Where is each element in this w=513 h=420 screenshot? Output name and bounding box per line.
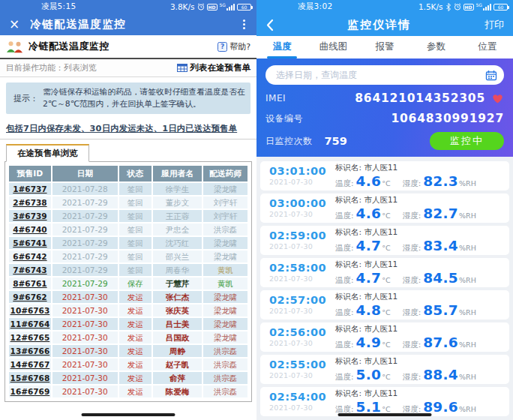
record-date: 2021-07-30: [269, 242, 335, 250]
patient-cell: 张仁杰: [153, 291, 202, 303]
table-row: 14#67672021-07-30发运赵子凯洪宗磊: [9, 358, 248, 370]
humidity-value: 88.4: [423, 367, 458, 382]
tab-曲线图[interactable]: 曲线图: [308, 36, 358, 58]
pharmacist-cell: 刘宇轩: [203, 210, 248, 222]
right-status-bar: 凌晨3:02 1.5K/s HD 5G 60: [256, 0, 513, 14]
order-id-cell: 16#6769: [9, 386, 51, 398]
order-id-link[interactable]: 14#6767: [10, 360, 50, 369]
table-row: 6#67422021-07-29签回邵兴兰梁龙啸: [9, 250, 248, 262]
status-cell: 签回: [119, 224, 152, 236]
print-button[interactable]: 打印: [484, 18, 504, 32]
date-cell: 2021-07-30: [52, 304, 118, 316]
temperature-label: 温度:: [335, 372, 354, 382]
menu-dots-icon[interactable]: [243, 23, 245, 26]
temperature-record[interactable]: 02:58:002021-07-30标识名: 市人医11温度: 4.7°C湿度:…: [260, 258, 509, 287]
serial-row: 设备编号 1064830991927: [266, 112, 504, 125]
subheader: 目前操作功能：列表浏览 列表在途预售单: [0, 59, 256, 77]
record-values-block: 标识名: 市人医11温度: 4.7°C湿度: 84.5%RH: [335, 260, 503, 286]
humidity-unit: %RH: [459, 308, 476, 316]
alarm-clock-icon: [454, 3, 461, 10]
humidity-group: 湿度: 88.4%RH: [403, 367, 476, 382]
order-id-link[interactable]: 7#6743: [13, 266, 46, 274]
temperature-value: 4.9: [356, 334, 382, 350]
tab-报警[interactable]: 报警: [359, 36, 410, 58]
calendar-icon[interactable]: [485, 70, 497, 81]
order-id-link[interactable]: 8#6761: [13, 279, 46, 288]
record-measurements: 温度: 5.0°C湿度: 88.4%RH: [335, 367, 503, 382]
table-row: 13#67662021-07-30发运周静洪宗磊: [9, 345, 248, 357]
humidity-unit: %RH: [459, 212, 476, 220]
status-cell: 签回: [119, 250, 152, 262]
date-search-input[interactable]: [276, 70, 485, 80]
table-row: 8#67612021-07-29保存于慧芹黄凯: [9, 278, 248, 290]
order-id-cell: 8#6761: [9, 278, 51, 290]
patient-cell: 吕国政: [153, 332, 202, 344]
temperature-record[interactable]: 03:01:002021-07-30标识名: 市人医11温度: 4.6°C湿度:…: [260, 161, 509, 190]
order-id-link[interactable]: 3#6739: [13, 212, 46, 220]
home-indicator[interactable]: [82, 413, 176, 416]
temperature-record[interactable]: 02:55:002021-07-30标识名: 市人医11温度: 5.0°C湿度:…: [260, 355, 509, 384]
pharmacist-cell: 黄凯: [203, 264, 248, 276]
date-cell: 2021-07-30: [52, 332, 118, 344]
record-values-block: 标识名: 市人医11温度: 5.0°C湿度: 88.4%RH: [335, 356, 503, 382]
heart-icon[interactable]: [491, 93, 504, 104]
humidity-label: 湿度:: [403, 243, 422, 254]
record-measurements: 温度: 4.9°C湿度: 87.6%RH: [335, 334, 503, 350]
date-cell: 2021-07-29: [52, 237, 118, 249]
close-icon[interactable]: ×: [9, 18, 20, 31]
order-id-link[interactable]: 16#6769: [10, 387, 50, 396]
order-id-cell: 4#6740: [9, 224, 51, 236]
back-chevron-icon[interactable]: [266, 19, 274, 32]
record-tag-name: 标识名: 市人医11: [335, 324, 503, 334]
temperature-record[interactable]: 02:54:002021-07-30标识名: 市人医11温度: 5.1°C湿度:…: [260, 387, 509, 416]
presale-filter-link[interactable]: 包括7日内保存未发、30日内发运未达、1日内已送达预售单: [6, 124, 237, 134]
date-cell: 2021-07-30: [52, 345, 118, 357]
table-row: 3#67392021-07-29签回王正蓉刘宇轩: [9, 210, 248, 222]
date-cell: 2021-07-28: [52, 183, 118, 195]
order-id-link[interactable]: 11#6764: [10, 320, 50, 328]
order-id-link[interactable]: 1#6737: [13, 184, 46, 194]
monitoring-status-button[interactable]: 监控中: [430, 132, 504, 150]
order-id-link[interactable]: 6#6742: [13, 252, 46, 261]
help-link[interactable]: ? 帮助?: [218, 41, 250, 52]
record-values-block: 标识名: 市人医11温度: 5.1°C湿度: 89.6%RH: [335, 388, 503, 415]
table-row: 1#67372021-07-28签回徐学生梁龙啸: [9, 183, 248, 195]
humidity-value: 84.5: [423, 270, 458, 286]
record-date: 2021-07-30: [269, 210, 335, 218]
tab-参数[interactable]: 参数: [410, 36, 461, 58]
record-time-block: 02:56:002021-07-30: [269, 326, 335, 347]
tab-presale-browse[interactable]: 在途预售单浏览: [6, 144, 89, 162]
order-id-link[interactable]: 12#6765: [10, 333, 50, 342]
order-id-link[interactable]: 9#6762: [13, 292, 46, 302]
record-date: 2021-07-30: [269, 307, 335, 315]
order-id-link[interactable]: 2#6738: [13, 198, 46, 207]
column-header: 状态: [119, 166, 152, 182]
home-indicator[interactable]: [338, 413, 432, 416]
patient-cell: 周春华: [153, 264, 202, 276]
order-id-cell: 10#6763: [9, 304, 51, 316]
temperature-record[interactable]: 02:56:002021-07-30标识名: 市人医11温度: 4.9°C湿度:…: [260, 322, 509, 352]
humidity-unit: %RH: [459, 405, 476, 413]
temperature-record[interactable]: 02:57:002021-07-30标识名: 市人医11温度: 4.8°C湿度:…: [260, 290, 509, 320]
record-time: 02:54:00: [269, 391, 335, 403]
status-cell: 签回: [119, 210, 152, 222]
order-id-link[interactable]: 5#6741: [13, 238, 46, 248]
order-id-link[interactable]: 13#6766: [10, 346, 50, 356]
order-id-link[interactable]: 10#6763: [10, 306, 50, 315]
status-cell: 签回: [119, 196, 152, 208]
temperature-record[interactable]: 02:59:002021-07-30标识名: 市人医11温度: 4.7°C湿度:…: [260, 226, 509, 255]
temperature-value: 4.7: [356, 270, 382, 286]
order-id-link[interactable]: 15#6768: [10, 374, 50, 382]
tab-温度[interactable]: 温度: [256, 36, 308, 58]
list-presale-link[interactable]: 列表在途预售单: [177, 62, 251, 74]
daily-count-value: 759: [325, 135, 347, 147]
status-cell: 保存: [119, 278, 152, 290]
order-id-link[interactable]: 4#6740: [13, 225, 46, 234]
record-time: 02:58:00: [269, 262, 335, 274]
temperature-unit: °C: [382, 340, 390, 349]
tab-位置[interactable]: 位置: [462, 36, 513, 58]
table-row: 4#67402021-07-29签回尹忠全洪宗磊: [9, 224, 248, 236]
order-id-cell: 3#6739: [9, 210, 51, 222]
temperature-record[interactable]: 03:00:002021-07-30标识名: 市人医11温度: 4.6°C湿度:…: [260, 194, 509, 223]
date-search-bar: [266, 65, 504, 85]
